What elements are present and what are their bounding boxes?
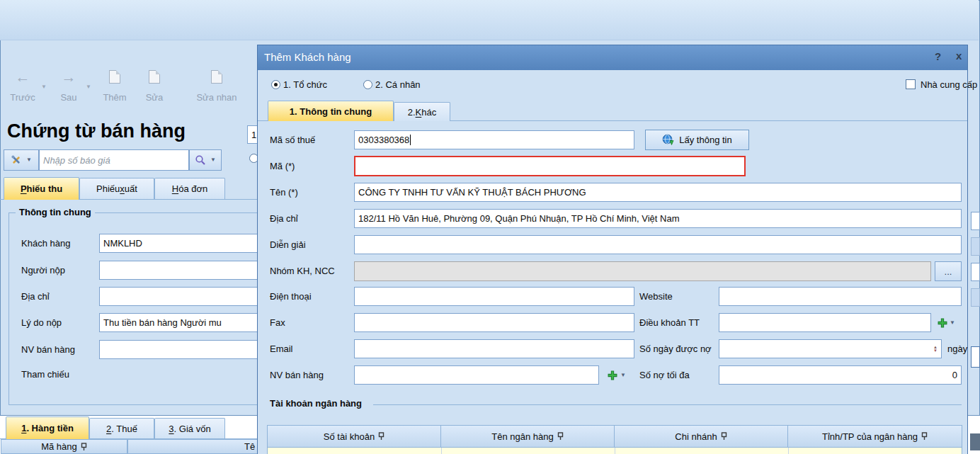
- fetch-info-label: Lấy thông tin: [679, 135, 731, 145]
- payment-term-dropdown-icon[interactable]: ▼: [950, 320, 955, 326]
- bank-col-province[interactable]: Tỉnh/TP của ngân hàng: [787, 425, 962, 448]
- add-button[interactable]: Thêm: [96, 69, 133, 104]
- sales-person-buttons: ▼: [599, 365, 634, 385]
- description-input[interactable]: [354, 235, 962, 254]
- address-value: 182/11 Hồ Văn Huê, Phường 09, Quận Phú N…: [358, 213, 679, 224]
- grid-header-ma-hang[interactable]: Mã hàng: [1, 439, 127, 454]
- search-go-caret-icon: ▼: [210, 157, 216, 163]
- website-input[interactable]: [719, 287, 962, 306]
- tab-thong-tin-chung[interactable]: 1. Thông tin chung: [268, 101, 394, 121]
- bank-col-label: Tên ngân hàng: [491, 431, 553, 442]
- radio-personal-label[interactable]: 2. Cá nhân: [375, 79, 421, 90]
- back-button[interactable]: ← Trước: [4, 69, 41, 104]
- radio-personal[interactable]: [363, 80, 372, 89]
- pin-icon[interactable]: [721, 432, 727, 441]
- close-icon[interactable]: x: [956, 50, 962, 62]
- search-go-button[interactable]: ▼: [189, 149, 222, 171]
- tab-hang-tien[interactable]: 1. Hàng tiền: [6, 416, 89, 439]
- payment-term-input[interactable]: [719, 313, 931, 332]
- field-label: Tham chiếu: [21, 369, 69, 380]
- sales-person-input[interactable]: [354, 365, 599, 385]
- sales-person-label: NV bán hàng: [270, 370, 324, 380]
- grid-col1-label: Mã hàng: [41, 441, 77, 452]
- address-input[interactable]: 182/11 Hồ Văn Huê, Phường 09, Quận Phú N…: [354, 209, 962, 228]
- screen: Bán hàng hóa, dịch vụ trong nước - Tiền …: [0, 0, 980, 454]
- phone-input[interactable]: [354, 287, 634, 306]
- radio-organization[interactable]: [271, 80, 280, 89]
- grid-header-ten-hang[interactable]: Tê: [127, 439, 258, 454]
- fetch-info-button[interactable]: Lấy thông tin: [645, 130, 749, 150]
- max-debt-input[interactable]: 0: [719, 365, 962, 385]
- general-info-group-title: Thông tin chung: [16, 207, 95, 217]
- add-label: Thêm: [103, 92, 126, 103]
- help-icon[interactable]: ?: [935, 50, 941, 62]
- bank-section-title: Tài khoản ngân hàng: [270, 398, 362, 409]
- text-cursor: [410, 135, 411, 145]
- phone-label: Điện thoại: [270, 291, 312, 302]
- description-label: Diễn giải: [270, 239, 306, 250]
- website-label: Website: [639, 291, 673, 302]
- edit-button[interactable]: Sửa: [139, 69, 170, 104]
- edit-label: Sửa: [146, 92, 164, 103]
- search-icon: [195, 154, 206, 166]
- code-label: Mã (*): [270, 161, 295, 171]
- max-debt-label: Số nợ tối đa: [639, 370, 690, 380]
- pin-icon[interactable]: [557, 432, 564, 441]
- payment-term-buttons: ▼: [931, 313, 962, 332]
- add-sales-person-icon[interactable]: [608, 370, 617, 380]
- name-label: Tên (*): [270, 187, 298, 198]
- radio-organization-label[interactable]: 1. Tổ chức: [283, 79, 327, 90]
- bank-col-label: Chi nhánh: [675, 431, 717, 442]
- debt-days-input[interactable]: ▲ ▼: [719, 339, 942, 358]
- tab-phieu-thu[interactable]: Phiếu thu: [4, 177, 79, 200]
- bank-section-line: [373, 404, 962, 405]
- name-input[interactable]: CÔNG TY TNHH TƯ VẤN KỸ THUẬT BÁCH PHƯƠNG: [354, 183, 962, 202]
- bank-table-row[interactable]: [267, 448, 962, 454]
- tools-wrench-icon: [11, 154, 22, 166]
- tax-code-input[interactable]: 0303380368: [354, 130, 634, 149]
- tab-thue[interactable]: 2. Thuế: [89, 418, 154, 438]
- tax-code-value: 0303380368: [358, 135, 409, 145]
- fax-input[interactable]: [354, 313, 634, 332]
- group-browse-button[interactable]: ...: [935, 261, 962, 281]
- tab-khac[interactable]: 2. Khác: [394, 102, 450, 121]
- quick-edit-label: Sửa nhan: [196, 92, 237, 103]
- tab-phieu-xuat[interactable]: Phiếu xuất: [79, 178, 154, 199]
- pin-icon[interactable]: [921, 432, 928, 441]
- supplier-checkbox-label[interactable]: Nhà cung cấp: [921, 79, 977, 90]
- page-title: Chứng từ bán hàng: [7, 120, 186, 142]
- pin-icon[interactable]: [81, 443, 87, 451]
- dialog-title: Thêm Khách hàng: [264, 51, 351, 63]
- tab-hoa-don[interactable]: Hóa đơn: [154, 178, 225, 199]
- bank-col-account[interactable]: Số tài khoản: [267, 425, 441, 448]
- field-label: NV bán hàng: [21, 344, 75, 355]
- max-debt-value: 0: [952, 370, 957, 380]
- field-label: Người nộp: [21, 265, 65, 276]
- supplier-checkbox[interactable]: [906, 79, 916, 89]
- bank-col-branch[interactable]: Chi nhánh: [614, 425, 788, 448]
- main-toolbar: [0, 0, 979, 40]
- pin-icon[interactable]: [378, 432, 384, 441]
- bank-col-bank-name[interactable]: Tên ngân hàng: [440, 425, 615, 448]
- quote-search-input[interactable]: Nhập số báo giá: [39, 149, 189, 171]
- spinner: ▲ ▼: [933, 346, 938, 353]
- spinner-down-icon[interactable]: ▼: [933, 349, 938, 353]
- quote-search-placeholder: Nhập số báo giá: [43, 155, 110, 166]
- background-fragment: [971, 212, 980, 230]
- sales-person-dropdown-icon[interactable]: ▼: [620, 373, 626, 378]
- search-settings-button[interactable]: ▼: [4, 149, 39, 171]
- forward-button[interactable]: → Sau: [52, 69, 85, 104]
- background-fragment: [971, 346, 980, 368]
- code-input[interactable]: [354, 156, 746, 176]
- background-fragment: [971, 288, 980, 307]
- forward-dropdown-icon[interactable]: ▼: [86, 84, 91, 90]
- add-payment-term-icon[interactable]: [938, 318, 947, 328]
- dialog-titlebar: Thêm Khách hàng: [258, 45, 967, 70]
- back-dropdown-icon[interactable]: ▼: [41, 84, 47, 90]
- background-fragment: [971, 237, 980, 256]
- quick-edit-button[interactable]: Sửa nhan: [177, 69, 256, 104]
- tab-gia-von[interactable]: 3. Giá vốn: [154, 418, 225, 438]
- email-input[interactable]: [354, 339, 634, 358]
- bank-col-label: Tỉnh/TP của ngân hàng: [822, 431, 918, 442]
- page-quick-edit-icon: [211, 70, 222, 84]
